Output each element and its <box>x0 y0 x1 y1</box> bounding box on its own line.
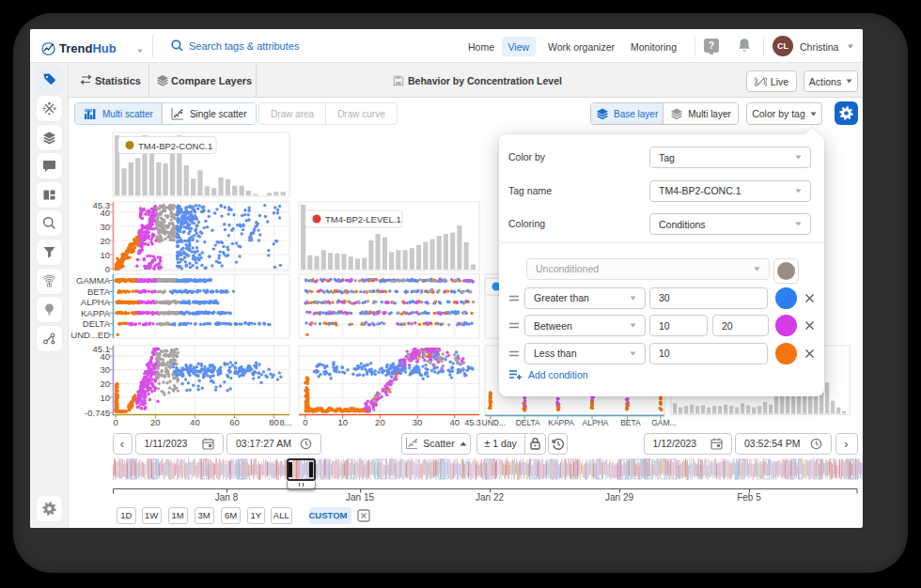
svg-text:10: 10 <box>100 250 110 260</box>
svg-text:10: 10 <box>337 417 348 427</box>
svg-text:10: 10 <box>100 393 110 403</box>
svg-text:30: 30 <box>413 417 423 427</box>
svg-text:20: 20 <box>375 417 385 427</box>
svg-text:20: 20 <box>100 236 110 246</box>
svg-text:30: 30 <box>100 222 110 232</box>
svg-text:-0.745: -0.745 <box>85 408 110 418</box>
svg-text:DELTA: DELTA <box>83 318 111 329</box>
svg-text:TM4-BP2-CONC.1: TM4-BP2-CONC.1 <box>138 141 212 151</box>
svg-text:20: 20 <box>150 417 161 427</box>
svg-text:ALPHA: ALPHA <box>81 297 111 307</box>
svg-text:40: 40 <box>100 208 110 218</box>
svg-text:KAPPA: KAPPA <box>548 418 574 427</box>
svg-text:TM4-BP2-LEVEL.1: TM4-BP2-LEVEL.1 <box>325 214 401 224</box>
svg-text:40: 40 <box>100 351 110 362</box>
svg-text:BETA: BETA <box>620 418 641 427</box>
svg-text:UND...: UND... <box>482 418 507 427</box>
svg-text:0: 0 <box>303 417 307 427</box>
svg-text:GAM...: GAM... <box>651 418 676 427</box>
svg-text:ALPHA: ALPHA <box>583 418 609 427</box>
svg-text:40: 40 <box>190 417 200 427</box>
svg-text:30: 30 <box>100 364 110 375</box>
svg-text:KAPPA: KAPPA <box>81 308 111 318</box>
svg-text:DELTA: DELTA <box>516 418 540 427</box>
svg-text:40: 40 <box>450 417 460 427</box>
svg-text:20: 20 <box>100 379 110 389</box>
svg-text:GAMMA: GAMMA <box>76 275 111 286</box>
svg-text:45.3: 45.3 <box>464 418 481 427</box>
svg-text:BETA: BETA <box>87 286 111 297</box>
svg-text:80: 80 <box>269 417 279 427</box>
svg-text:0: 0 <box>114 417 118 427</box>
svg-text:8...: 8... <box>279 417 291 427</box>
svg-text:60: 60 <box>229 417 240 427</box>
svg-text:UND...ED: UND...ED <box>70 330 110 340</box>
